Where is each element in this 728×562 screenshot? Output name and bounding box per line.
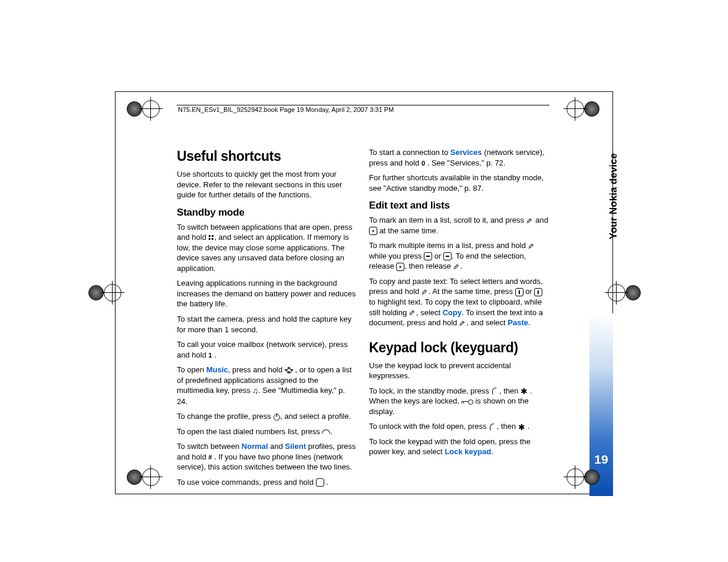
right-selection-key-icon <box>316 478 324 487</box>
text: while you press <box>369 252 424 260</box>
p-voicemail: To call your voice mailbox (network serv… <box>177 339 357 360</box>
scroll-up-icon <box>443 252 452 260</box>
edit-key-icon <box>459 320 466 327</box>
heading-edit-text: Edit text and lists <box>369 199 549 213</box>
text: . <box>330 427 332 436</box>
text: To open the last dialed numbers list, pr… <box>177 427 322 436</box>
key-1-icon: 1 <box>209 351 212 360</box>
text: To mark multiple items in a list, press … <box>369 241 528 250</box>
p-mark-multiple: To mark multiple items in a list, press … <box>369 240 549 272</box>
edit-key-icon <box>526 217 533 224</box>
text: To change the profile, press <box>177 412 273 421</box>
text: To open <box>177 365 206 374</box>
link-normal[interactable]: Normal <box>242 442 268 451</box>
p-services: To start a connection to Services (netwo… <box>369 147 549 168</box>
registration-mark-icon <box>610 278 640 308</box>
text: or <box>525 287 534 296</box>
text: , press and hold <box>228 365 285 374</box>
content-area: Useful shortcuts Use shortcuts to quickl… <box>177 147 549 492</box>
text: . <box>527 422 529 431</box>
text: . <box>528 318 531 327</box>
heading-keypad-lock: Keypad lock (keyguard) <box>369 339 549 357</box>
link-paste[interactable]: Paste <box>508 318 528 327</box>
text: and <box>535 216 548 224</box>
link-silent[interactable]: Silent <box>285 442 306 451</box>
p-switch-apps: To switch between applications that are … <box>177 222 357 274</box>
text: . <box>214 351 216 359</box>
p-unlock: To unlock with the fold open, press , th… <box>369 421 549 432</box>
text: , select <box>416 308 443 317</box>
text: . <box>326 478 328 487</box>
text: , then <box>499 386 521 395</box>
text: . <box>460 262 463 270</box>
call-key-icon <box>322 429 330 434</box>
menu-key-icon <box>209 235 215 241</box>
multimedia-key-icon <box>285 368 293 373</box>
link-music[interactable]: Music <box>206 365 228 374</box>
text: , and select <box>466 318 508 327</box>
edit-key-icon <box>453 263 460 270</box>
column-left: Useful shortcuts Use shortcuts to quickl… <box>177 147 357 492</box>
key-lock-icon <box>462 399 473 405</box>
registration-mark-icon <box>127 94 156 124</box>
p-normal-silent: To switch between Normal and Silent prof… <box>177 441 357 472</box>
link-copy[interactable]: Copy <box>443 308 462 317</box>
left-selection-key-icon <box>489 424 495 431</box>
edit-key-icon <box>421 289 429 296</box>
text: , then <box>497 422 518 431</box>
text: . At the same time, press <box>429 287 515 296</box>
left-selection-key-icon <box>491 388 497 395</box>
p-copy-paste: To copy and paste text: To select letter… <box>369 276 549 328</box>
scroll-left-icon <box>515 288 523 296</box>
p-keypad-intro: Use the keypad lock to prevent accidenta… <box>369 361 549 381</box>
registration-mark-icon <box>127 462 156 492</box>
text: To call your voice mailbox (network serv… <box>177 340 348 359</box>
text: To switch between <box>177 442 242 451</box>
registration-mark-icon <box>569 94 598 124</box>
intro-paragraph: Use shortcuts to quickly get the most fr… <box>177 169 357 200</box>
text: , and select a profile. <box>280 412 351 421</box>
text: at the same time. <box>380 226 439 235</box>
p-profile: To change the profile, press , and selec… <box>177 411 357 422</box>
scroll-down-icon <box>424 252 432 260</box>
hash-key-icon: # <box>209 453 212 462</box>
star-key-icon: ✱ <box>518 424 525 430</box>
text: To use voice commands, press and hold <box>177 478 316 487</box>
scroll-right-icon <box>534 288 542 296</box>
p-further-shortcuts: For further shortcuts available in the s… <box>369 173 549 193</box>
p-lock-fold-open: To lock the keypad with the fold open, p… <box>369 437 549 457</box>
star-key-icon: ✱ <box>521 388 528 394</box>
music-note-icon: ♫ <box>252 386 258 396</box>
link-services[interactable]: Services <box>450 148 482 157</box>
text: and <box>268 442 285 451</box>
column-right: To start a connection to Services (netwo… <box>369 147 549 492</box>
scroll-center-icon <box>396 263 404 271</box>
side-tab-label: Your Nokia device <box>608 153 620 239</box>
text: or <box>434 252 443 260</box>
heading-useful-shortcuts: Useful shortcuts <box>177 147 357 166</box>
header-rule <box>177 105 549 105</box>
heading-standby-mode: Standby mode <box>177 206 357 220</box>
edit-key-icon <box>528 243 535 250</box>
header-text: N75.EN_ESv1_BIL_9252942.book Page 19 Mon… <box>178 106 394 113</box>
p-music: To open Music, press and hold , or to op… <box>177 365 357 406</box>
text: , then release <box>404 262 453 270</box>
text: . <box>491 447 493 456</box>
text: To lock, in the standby mode, press <box>369 386 491 395</box>
power-key-icon <box>273 414 280 421</box>
link-lock-keypad[interactable]: Lock keypad <box>444 447 491 456</box>
registration-mark-icon <box>88 278 118 308</box>
p-camera: To start the camera, press and hold the … <box>177 314 357 335</box>
edit-key-icon <box>409 309 416 316</box>
p-battery-note: Leaving applications running in the back… <box>177 278 357 309</box>
p-lock: To lock, in the standby mode, press , th… <box>369 386 549 417</box>
scroll-center-icon <box>369 227 377 235</box>
p-voice-commands: To use voice commands, press and hold . <box>177 477 357 488</box>
registration-mark-icon <box>569 462 598 492</box>
key-0-icon: 0 <box>421 159 425 168</box>
text: To unlock with the fold open, press <box>369 422 489 431</box>
p-dialed-list: To open the last dialed numbers list, pr… <box>177 427 357 437</box>
text: To mark an item in a list, scroll to it,… <box>369 216 526 224</box>
text: . See "Services," p. 72. <box>427 158 506 167</box>
p-mark-item: To mark an item in a list, scroll to it,… <box>369 215 549 236</box>
